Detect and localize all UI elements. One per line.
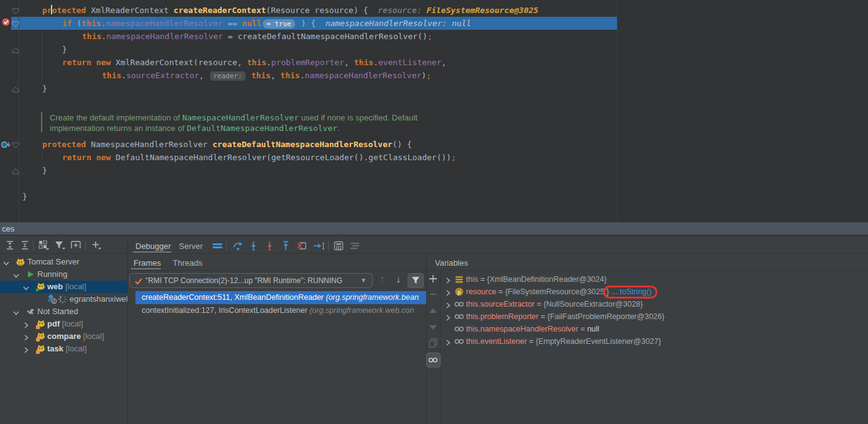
next-frame-icon[interactable]: ↓ xyxy=(396,274,401,285)
tree-item-egrantshanxiwel[interactable]: egrantshanxiwel xyxy=(0,293,127,305)
code-token: XmlReaderContext(resource, xyxy=(116,58,247,67)
fold-marker-icon[interactable] xyxy=(12,140,19,146)
chevron-down-icon[interactable] xyxy=(2,258,10,266)
layout-settings-icon[interactable] xyxy=(349,241,359,251)
chevron-down-icon[interactable] xyxy=(22,283,30,291)
chevron-right-icon[interactable] xyxy=(444,300,452,308)
add-watch-icon[interactable] xyxy=(428,274,438,284)
tree-item-compare[interactable]: compare [local] xyxy=(0,330,127,343)
chevron-right-icon[interactable] xyxy=(444,338,452,345)
tree-item-label: egrantshanxiwel xyxy=(70,293,127,305)
add-service-icon[interactable] xyxy=(70,240,80,250)
breakpoint-icon[interactable] xyxy=(2,17,10,25)
inline-hint-chip: = true xyxy=(263,19,295,29)
chevron-down-icon[interactable] xyxy=(12,271,20,278)
step-into-icon[interactable] xyxy=(249,241,258,251)
group-by-icon[interactable] xyxy=(39,240,48,250)
tab-debugger[interactable]: Debugger xyxy=(135,241,171,251)
add-configuration-icon[interactable] xyxy=(91,240,101,250)
code-token: createDefaultNamespaceHandlerResolver xyxy=(212,140,393,149)
run-icon xyxy=(25,269,35,279)
doc-comment-bar xyxy=(41,112,42,132)
toolbar-separator xyxy=(33,241,34,251)
code-line: } xyxy=(62,43,67,56)
chevron-right-icon[interactable] xyxy=(22,333,30,340)
tab-frames-underline xyxy=(131,268,161,269)
evaluate-expression-icon[interactable] xyxy=(334,241,344,251)
chevron-right-icon[interactable] xyxy=(22,345,30,353)
collapse-all-icon[interactable] xyxy=(20,240,30,250)
move-watch-down-icon[interactable] xyxy=(428,322,438,332)
code-token: eventListener xyxy=(378,58,442,67)
separator xyxy=(0,253,868,254)
tree-item-task[interactable]: task [local] xyxy=(0,343,127,355)
variable-row[interactable]: this.eventListener = {EmptyReaderEventLi… xyxy=(441,335,868,348)
wrench-icon xyxy=(25,307,35,317)
frame-row[interactable]: createReaderContext:511, XmlBeanDefiniti… xyxy=(135,291,426,304)
variable-row[interactable]: presource = {FileSystemResource@3025} ..… xyxy=(441,286,868,298)
move-watch-up-icon[interactable] xyxy=(428,306,438,316)
tree-item-web[interactable]: web [local] xyxy=(0,281,127,293)
thread-selector-value: "RMI TCP Connection(2)-12...up "RMI Runt… xyxy=(145,274,357,287)
variable-name: this.namespaceHandlerResolver xyxy=(466,325,578,333)
variable-value: null xyxy=(587,325,599,333)
code-editor[interactable]: protected XmlReaderContext createReaderC… xyxy=(0,0,868,222)
code-line: this.sourceExtractor, reader: this, this… xyxy=(102,69,431,82)
tab-server[interactable]: Server xyxy=(179,241,203,251)
code-token: } xyxy=(42,84,47,93)
filter-icon[interactable] xyxy=(55,240,65,250)
show-watches-toggle-icon[interactable] xyxy=(426,353,441,368)
tab-threads[interactable]: Threads xyxy=(173,258,203,268)
code-token: this xyxy=(82,32,101,41)
variable-row[interactable]: this = {XmlBeanDefinitionReader@3024} xyxy=(441,273,868,286)
show-execution-point-icon[interactable] xyxy=(211,241,221,251)
services-panel-header[interactable]: ces xyxy=(0,222,868,235)
expand-all-icon[interactable] xyxy=(5,240,15,250)
chevron-right-icon[interactable] xyxy=(22,320,30,328)
fold-end-marker-icon[interactable] xyxy=(12,166,19,172)
step-over-icon[interactable] xyxy=(232,241,242,251)
code-token: sourceExtractor xyxy=(126,71,199,80)
code-token: namespaceHandlerResolver xyxy=(305,71,422,80)
variable-row[interactable]: this.problemReporter = {FailFastProblemR… xyxy=(441,310,868,323)
frame-row[interactable]: contextInitialized:127, IrisContextLoade… xyxy=(127,304,426,317)
tree-item-running[interactable]: Running xyxy=(0,268,127,281)
separator[interactable] xyxy=(127,236,128,424)
force-step-into-icon[interactable] xyxy=(265,241,275,251)
implementing-method-icon[interactable] xyxy=(1,140,12,149)
watch-icon xyxy=(454,312,464,322)
chevron-right-icon[interactable] xyxy=(444,288,452,295)
this-fields-icon xyxy=(454,274,464,284)
code-line: if (this.namespaceHandlerResolver == nul… xyxy=(62,17,471,30)
fold-marker-icon[interactable] xyxy=(12,6,19,12)
code-token: . xyxy=(300,71,305,80)
fold-end-marker-icon[interactable] xyxy=(12,45,19,51)
tab-frames[interactable]: Frames xyxy=(134,258,161,268)
thread-selector-dropdown[interactable]: "RMI TCP Connection(2)-12...up "RMI Runt… xyxy=(129,273,373,288)
chevron-down-icon[interactable] xyxy=(12,308,20,315)
duplicate-watch-icon[interactable] xyxy=(428,338,438,348)
fold-end-marker-icon[interactable] xyxy=(12,84,19,90)
variable-row[interactable]: this.sourceExtractor = {NullSourceExtrac… xyxy=(441,298,868,310)
code-token: () { xyxy=(393,140,412,149)
tree-item-pdf[interactable]: pdf [local] xyxy=(0,318,127,330)
code-token: Create the default implementation of xyxy=(50,113,182,122)
reset-frame-icon[interactable] xyxy=(296,241,306,251)
tree-item-tomcat-server[interactable]: Tomcat Server xyxy=(0,256,127,268)
step-out-icon[interactable] xyxy=(281,241,291,251)
chevron-right-icon[interactable] xyxy=(444,313,452,320)
tostring-link[interactable]: toString() xyxy=(619,287,651,296)
run-to-cursor-icon[interactable] xyxy=(313,241,322,251)
variable-row[interactable]: this.namespaceHandlerResolver = null xyxy=(441,323,868,335)
hide-library-frames-filter-icon[interactable] xyxy=(408,273,424,288)
frame-package: (org.springframework.bean xyxy=(326,293,418,302)
chevron-right-icon[interactable] xyxy=(444,276,452,283)
variable-name: this xyxy=(466,275,478,284)
code-line: } xyxy=(22,190,27,203)
previous-frame-icon[interactable]: ↑ xyxy=(380,274,385,285)
code-token: this xyxy=(102,71,121,80)
remove-watch-icon[interactable] xyxy=(428,289,438,299)
tree-item-not-started[interactable]: Not Started xyxy=(0,305,127,318)
fold-marker-icon[interactable] xyxy=(12,19,19,25)
tree-item-label: Running xyxy=(37,268,67,281)
